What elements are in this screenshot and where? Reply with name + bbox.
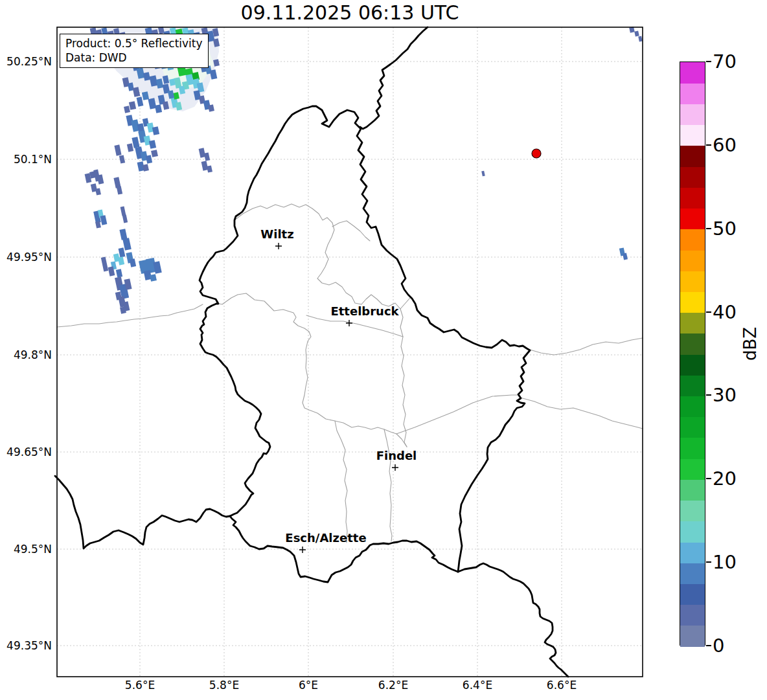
district-border [332,221,370,241]
colorbar-segment [680,417,705,438]
radar-echo-cell [101,257,108,272]
city-label: Findel [376,449,417,462]
colorbar-segment [680,271,705,292]
district-border [396,395,518,434]
colorbar-tick-label: 70 [713,51,737,73]
radar-echo-cell [118,256,124,265]
radar-echo-cell [137,96,144,106]
colorbar-tick [706,311,711,313]
city-marker [346,320,352,326]
radar-echo-cell [130,258,136,267]
radar-echo-cell [117,186,122,194]
district-border [530,338,643,355]
colorbar-segment [680,146,705,167]
radar-echo-cell [634,30,639,36]
radar-echo-cell [119,247,126,257]
colorbar-tick [706,228,711,229]
colorbar-segment [680,354,705,376]
radar-echo-cell [114,144,121,155]
radar-echo-cell [122,215,128,223]
colorbar [680,62,705,646]
colorbar-segment [680,209,705,230]
colorbar-tick-label: 60 [713,134,737,156]
district-border [400,309,407,447]
colorbar-segment [680,229,705,251]
x-tick-label: 6.2°E [364,679,422,692]
radar-echo-cell [638,36,643,42]
x-tick-label: 5.6°E [111,679,169,692]
colorbar-tick-label: 40 [713,301,737,323]
colorbar-tick [706,394,711,396]
radar-echo-cell [116,269,122,277]
colorbar-segment [680,313,705,334]
district-border [384,429,392,541]
radar-site-marker [532,149,541,158]
radar-echo-cell [124,106,130,113]
colorbar-segment [680,291,705,313]
colorbar-segment [680,563,705,584]
national-border [458,563,568,677]
product-info-line2: Data: DWD [65,51,203,65]
colorbar-tick [706,561,711,563]
colorbar-tick-label: 10 [713,551,737,573]
colorbar-tick-label: 30 [713,384,737,406]
city-label: Esch/Alzette [285,531,366,545]
colorbar-segment [680,479,705,501]
colorbar-segment [680,605,705,626]
radar-echo-cell [151,150,158,157]
colorbar-segment [680,396,705,417]
colorbar-segment [680,104,705,125]
x-tick-label: 6°E [279,679,338,692]
city-label: Ettelbruck [330,304,399,318]
district-border [235,204,410,309]
radar-echo-cell [150,274,157,282]
y-tick-label: 49.8°N [0,348,52,361]
colorbar-tick-label: 0 [713,635,724,657]
radar-echo-cell [152,126,159,135]
colorbar-segment [680,187,705,209]
colorbar-segment [680,626,705,647]
radar-echo-cell [201,161,209,170]
colorbar-segment [680,521,705,543]
map-svg: WiltzEttelbruckFindelEsch/Alzette [0,0,767,700]
district-border [335,421,347,543]
national-border [360,27,428,129]
radar-echo-cell [132,137,139,148]
radar-echo-cell [204,152,210,161]
city-marker [299,547,306,553]
product-info-box: Product: 0.5° Reflectivity Data: DWD [60,34,209,68]
colorbar-axis-label: dBZ [740,324,760,363]
radar-echo-cell [199,148,206,157]
radar-echo-cell [481,171,485,177]
colorbar-segment [680,166,705,188]
colorbar-tick-label: 50 [713,218,737,240]
district-border [306,315,403,337]
colorbar-tick [706,645,711,646]
colorbar-tick [706,478,711,479]
colorbar-tick-label: 20 [713,468,737,490]
radar-echo-cell [149,140,156,149]
radar-echo-cell [100,215,108,225]
radar-echo-cell [127,143,133,152]
colorbar-segment [680,501,705,522]
radar-figure: 09.11.2025 06:13 UTC WiltzEttelbruckFind… [0,0,767,700]
colorbar-segment [680,333,705,355]
radar-echo-cell [97,174,104,184]
radar-echo-cell [120,207,126,216]
colorbar-tick [706,61,711,62]
colorbar-segment [680,583,705,605]
colorbar-segment [680,62,705,84]
district-border [57,304,203,327]
colorbar-segment [680,438,705,459]
colorbar-segment [680,83,705,104]
colorbar-segment [680,375,705,396]
y-tick-label: 50.1°N [0,153,52,166]
y-tick-label: 49.95°N [0,251,52,264]
x-tick-label: 5.8°E [195,679,253,692]
radar-echo-cell [122,238,132,251]
radar-echo-cell [95,188,101,195]
colorbar-segment [680,250,705,271]
radar-echo-cell [623,253,628,260]
x-tick-label: 6.4°E [448,679,507,692]
district-border [520,398,643,429]
